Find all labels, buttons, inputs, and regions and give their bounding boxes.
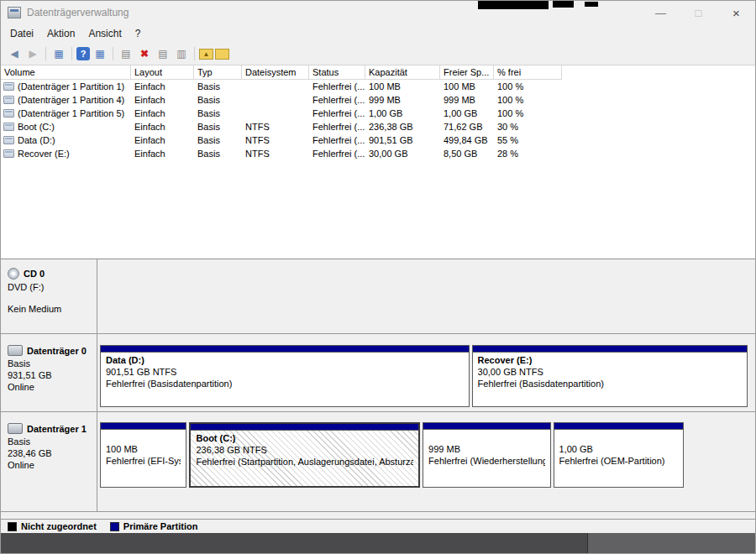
cell-dateisystem [242, 80, 309, 93]
graphical-filler [1, 512, 755, 519]
legend-primary-partition: Primäre Partition [110, 521, 198, 531]
disk1-title: Datenträger 1 [27, 424, 87, 434]
cell-prozent-frei: 100 % [494, 107, 562, 120]
graphical-view: CD 0 DVD (F:) Kein Medium Datenträger 0 … [1, 259, 755, 519]
cell-prozent-frei: 28 % [494, 147, 562, 160]
volume-row[interactable]: Data (D:) Einfach Basis NTFS Fehlerfrei … [1, 133, 755, 147]
cell-dateisystem: NTFS [242, 133, 309, 147]
close-button[interactable]: × [717, 1, 755, 24]
cell-typ: Basis [194, 107, 242, 120]
volume-row[interactable]: Boot (C:) Einfach Basis NTFS Fehlerfrei … [1, 120, 755, 133]
cell-status: Fehlerfrei (... [309, 80, 365, 93]
folder-icon[interactable] [215, 49, 229, 60]
disk0-title: Datenträger 0 [27, 346, 87, 356]
volume-icon [3, 96, 14, 104]
column-header-layout[interactable]: Layout [131, 65, 194, 80]
partition-efi-system[interactable]: 100 MB Fehlerfrei (EFI-Syst [100, 422, 186, 488]
cell-kapazitaet: 901,51 GB [365, 133, 440, 147]
cell-layout: Einfach [131, 93, 194, 107]
toolbar: ◀ ▶ ▦ ? ▦ ▤ ✖ ▤ ▥ ▲ [1, 43, 755, 65]
primary-partition-strip [101, 423, 186, 430]
column-header-typ[interactable]: Typ [194, 65, 242, 80]
volume-row[interactable]: (Datenträger 1 Partition 4) Einfach Basi… [1, 93, 755, 107]
cell-volume: (Datenträger 1 Partition 1) [1, 80, 131, 93]
disk0-partitions: Data (D:) 901,51 GB NTFS Fehlerfrei (Bas… [97, 334, 755, 411]
cd-media-status: Kein Medium [8, 304, 97, 314]
folder-up-icon[interactable]: ▲ [199, 49, 213, 60]
disk1-label[interactable]: Datenträger 1 Basis 238,46 GB Online [1, 412, 97, 511]
cell-status: Fehlerfrei (... [309, 107, 365, 120]
cell-status: Fehlerfrei (... [309, 120, 365, 133]
cell-typ: Basis [194, 133, 242, 147]
cell-freier-speicher: 100 MB [440, 80, 494, 93]
title-bar: Datenträgerverwaltung — □ × [1, 1, 755, 24]
volume-row[interactable]: (Datenträger 1 Partition 5) Einfach Basi… [1, 107, 755, 120]
partition-recover-e[interactable]: Recover (E:) 30,00 GB NTFS Fehlerfrei (B… [472, 345, 748, 407]
cell-kapazitaet: 30,00 GB [365, 147, 440, 160]
primary-partition-color-swatch [110, 522, 119, 531]
column-header-filler [562, 65, 755, 80]
cd-drive-row: CD 0 DVD (F:) Kein Medium [1, 259, 755, 334]
cell-freier-speicher: 499,84 GB [440, 133, 494, 147]
cd-drive-letter: DVD (F:) [8, 282, 97, 292]
back-icon[interactable]: ◀ [6, 46, 23, 61]
unallocated-color-swatch [8, 522, 17, 531]
volume-row[interactable]: Recover (E:) Einfach Basis NTFS Fehlerfr… [1, 147, 755, 160]
cell-kapazitaet: 999 MB [365, 93, 440, 107]
forward-icon[interactable]: ▶ [24, 46, 41, 61]
cell-typ: Basis [194, 93, 242, 107]
partition-data-d[interactable]: Data (D:) 901,51 GB NTFS Fehlerfrei (Bas… [100, 345, 470, 407]
bottom-strip-left [1, 533, 587, 554]
console-tree-icon[interactable]: ▦ [50, 46, 67, 61]
disk-management-window: Datenträgerverwaltung — □ × Datei Aktion… [0, 0, 756, 554]
column-header-kapazitaet[interactable]: Kapazität [365, 65, 440, 80]
bottom-strip [1, 533, 755, 554]
volume-icon [3, 123, 14, 131]
column-header-freier-speicher[interactable]: Freier Sp... [440, 65, 494, 80]
delete-icon[interactable]: ✖ [136, 46, 153, 61]
maximize-button[interactable]: □ [680, 1, 717, 24]
partition-boot-c[interactable]: Boot (C:) 236,38 GB NTFS Fehlerfrei (Sta… [189, 422, 420, 488]
window-title: Datenträgerverwaltung [27, 7, 129, 18]
menu-hilfe[interactable]: ? [129, 26, 148, 41]
primary-partition-strip [101, 346, 469, 353]
cell-kapazitaet: 236,38 GB [365, 120, 440, 133]
cd-drive-label[interactable]: CD 0 DVD (F:) Kein Medium [1, 259, 97, 333]
details-view-icon[interactable]: ▤ [155, 46, 171, 61]
disk0-label[interactable]: Datenträger 0 Basis 931,51 GB Online [1, 334, 97, 411]
cell-freier-speicher: 1,00 GB [440, 107, 494, 120]
cell-volume: Recover (E:) [1, 147, 131, 160]
volume-icon [3, 136, 14, 144]
cell-volume: (Datenträger 1 Partition 5) [1, 107, 131, 120]
menu-datei[interactable]: Datei [3, 26, 40, 41]
column-header-dateisystem[interactable]: Dateisystem [242, 65, 309, 80]
disk1-row: Datenträger 1 Basis 238,46 GB Online 100… [1, 412, 755, 512]
cell-layout: Einfach [131, 147, 194, 160]
cell-layout: Einfach [131, 133, 194, 147]
disk1-type: Basis [8, 436, 97, 447]
cell-layout: Einfach [131, 107, 194, 120]
window-controls: — □ × [642, 1, 755, 24]
menu-aktion[interactable]: Aktion [40, 26, 81, 41]
list-view-icon[interactable]: ▥ [173, 46, 190, 61]
cell-dateisystem: NTFS [242, 147, 309, 160]
help-icon[interactable]: ? [76, 47, 90, 60]
primary-partition-strip [473, 346, 747, 353]
column-header-volume[interactable]: Volume [1, 65, 131, 80]
menu-ansicht[interactable]: Ansicht [81, 26, 128, 41]
cell-prozent-frei: 100 % [494, 80, 562, 93]
partition-oem[interactable]: 1,00 GB Fehlerfrei (OEM-Partition) [554, 422, 685, 488]
minimize-button[interactable]: — [642, 1, 680, 24]
volume-row[interactable]: (Datenträger 1 Partition 1) Einfach Basi… [1, 80, 755, 93]
toolbar-separator [71, 47, 72, 60]
cell-typ: Basis [194, 80, 242, 93]
disk0-row: Datenträger 0 Basis 931,51 GB Online Dat… [1, 334, 755, 412]
partition-recovery[interactable]: 999 MB Fehlerfrei (Wiederherstellungs [423, 422, 550, 488]
action-pane-icon[interactable]: ▤ [118, 46, 134, 61]
cell-status: Fehlerfrei (... [309, 93, 365, 107]
properties-icon[interactable]: ▦ [92, 46, 108, 61]
cell-freier-speicher: 71,62 GB [440, 120, 494, 133]
column-header-status[interactable]: Status [309, 65, 365, 80]
column-header-prozent-frei[interactable]: % frei [494, 65, 562, 80]
cell-layout: Einfach [131, 120, 194, 133]
